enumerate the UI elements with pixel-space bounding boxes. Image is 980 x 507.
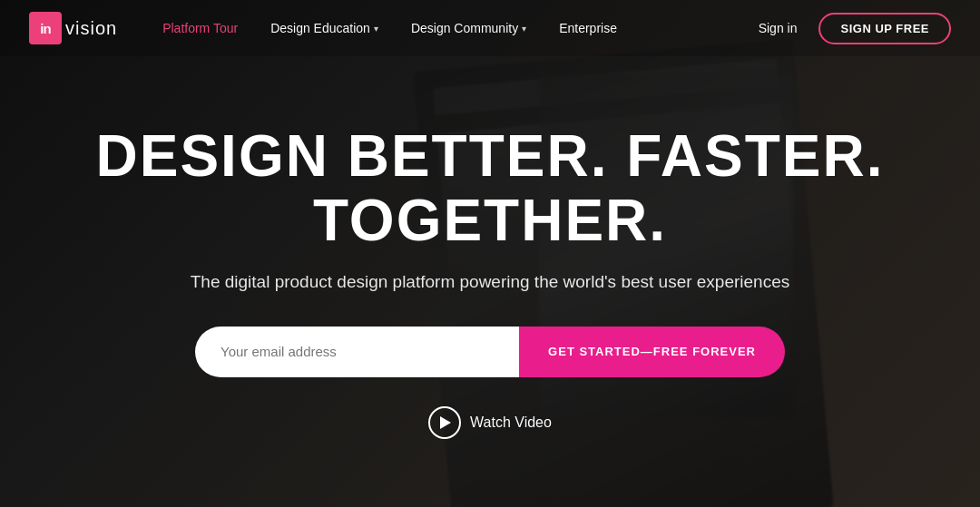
signup-button[interactable]: SIGN UP FREE: [818, 13, 951, 44]
play-triangle: [440, 416, 451, 429]
nav-links: Platform Tour Design Education ▾ Design …: [146, 0, 759, 56]
chevron-down-icon: ▾: [522, 24, 526, 34]
logo-prefix: in: [40, 21, 50, 36]
nav-enterprise[interactable]: Enterprise: [543, 0, 633, 56]
get-started-button[interactable]: GET STARTED—FREE FOREVER: [519, 327, 785, 377]
hero-section: DESIGN BETTER. FASTER. TOGETHER. The dig…: [0, 56, 980, 507]
chevron-down-icon: ▾: [374, 24, 378, 34]
nav-design-community[interactable]: Design Community ▾: [395, 0, 543, 56]
email-cta-row: GET STARTED—FREE FOREVER: [195, 327, 785, 377]
main-nav: in vision Platform Tour Design Education…: [0, 0, 980, 56]
nav-design-education[interactable]: Design Education ▾: [254, 0, 395, 56]
hero-subheadline: The digital product design platform powe…: [191, 272, 790, 292]
email-input[interactable]: [195, 327, 519, 377]
logo[interactable]: in vision: [29, 12, 117, 44]
hero-headline: DESIGN BETTER. FASTER. TOGETHER.: [36, 124, 944, 252]
watch-video-button[interactable]: Watch Video: [428, 406, 552, 439]
sign-in-link[interactable]: Sign in: [759, 21, 798, 35]
logo-text: vision: [65, 18, 117, 39]
nav-platform-tour[interactable]: Platform Tour: [146, 0, 254, 56]
watch-video-label: Watch Video: [470, 414, 552, 431]
nav-right: Sign in SIGN UP FREE: [759, 13, 951, 44]
logo-icon: in: [29, 12, 62, 44]
play-icon: [428, 406, 461, 439]
